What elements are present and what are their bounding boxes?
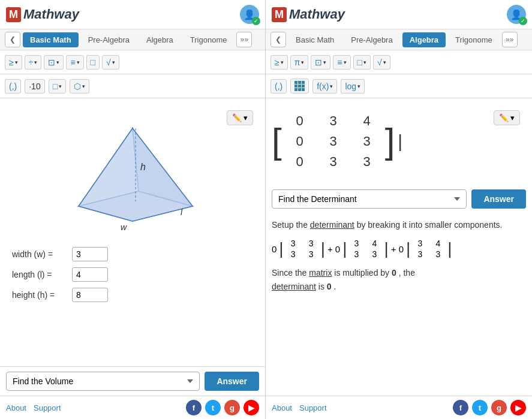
mm2-01: 4	[367, 239, 381, 248]
matrix-left-bracket: [	[272, 123, 282, 159]
mm2-11: 3	[367, 249, 381, 259]
left-btn-paren[interactable]: (,)	[5, 79, 21, 94]
right-operation-select[interactable]: Find the Determinant Find the Inverse	[272, 189, 467, 209]
matrix-cell-00: 0	[288, 113, 312, 129]
right-answer-button[interactable]: Answer	[471, 189, 526, 209]
left-about-link[interactable]: About	[6, 403, 26, 412]
height-row: height (h) =	[12, 288, 253, 302]
mm3-10: 3	[413, 249, 427, 259]
mini-matrix-1: 3 3 3 3	[286, 239, 318, 259]
right-btn-geq[interactable]: ≥▾	[270, 55, 288, 70]
right-about-link[interactable]: About	[272, 403, 292, 412]
left-btn-sqrt[interactable]: √▾	[102, 55, 119, 70]
matrix-link[interactable]: matrix	[309, 268, 332, 278]
mm3-00: 3	[413, 239, 427, 248]
determinant-link-2[interactable]: determinant	[272, 282, 316, 291]
left-answer-button[interactable]: Answer	[205, 372, 259, 391]
height-input[interactable]	[72, 288, 108, 302]
right-btn-box1[interactable]: ⊡▾	[311, 55, 330, 70]
since-end: , the	[399, 268, 415, 278]
mm1-11: 3	[304, 249, 318, 259]
matrix-cell-22: 3	[355, 154, 379, 170]
left-user-icon[interactable]: 👤 ✓	[240, 5, 259, 24]
right-tab-basic-math[interactable]: Basic Math	[288, 32, 341, 47]
determinant-link-1[interactable]: determinant	[310, 220, 354, 230]
left-toolbar1: ≥▾ ÷▾ ⊡▾ ≡▾ □ √▾	[0, 50, 265, 74]
right-header: M Mathway 👤 ✓	[266, 0, 532, 29]
width-label: width (w) =	[12, 249, 72, 259]
left-btn-geq[interactable]: ≥▾	[5, 55, 22, 70]
right-btn-sqrt[interactable]: √▾	[373, 55, 390, 70]
left-tab-basic-math[interactable]: Basic Math	[23, 32, 79, 47]
left-header: M Mathway 👤 ✓	[0, 0, 265, 29]
right-btn-frac[interactable]: ≡▾	[333, 55, 350, 70]
right-footer: About Support f t g ▶	[266, 396, 532, 419]
exp-rb2: |	[384, 240, 388, 257]
left-btn-div[interactable]: ÷▾	[25, 55, 42, 70]
right-toolbar2: (,) f(x)▾ log▾	[266, 74, 532, 98]
right-support-link[interactable]: Support	[299, 403, 327, 412]
facebook-icon-right[interactable]: f	[453, 400, 468, 415]
length-input[interactable]	[72, 267, 108, 282]
right-user-icon[interactable]: 👤 ✓	[507, 5, 526, 24]
left-edit-button[interactable]: ✏️ ▾	[227, 110, 253, 125]
edit-arrow-left: ▾	[244, 113, 248, 122]
svg-text:h: h	[140, 162, 146, 172]
right-btn-fx[interactable]: f(x)▾	[312, 79, 337, 94]
google-icon-left[interactable]: g	[224, 400, 240, 415]
left-btn-frac[interactable]: ≡▾	[66, 55, 83, 70]
right-btn-grid[interactable]	[290, 79, 309, 94]
right-tab-trigonome[interactable]: Trigonome	[448, 32, 500, 47]
right-logo: M Mathway	[272, 7, 345, 22]
left-btn-3d[interactable]: ⬡▾	[70, 79, 89, 94]
right-nav-next[interactable]: »»	[502, 32, 518, 47]
left-nav-prev[interactable]: ❮	[5, 32, 20, 47]
exp-lb1: |	[279, 240, 283, 257]
det-expansion: 0 | 3 3 3 3 | + 0 | 3 4 3 3 | + 0	[272, 239, 526, 259]
right-btn-box2[interactable]: □▾	[353, 55, 371, 70]
matrix-display: [ 0 3 4 0 3 3 0 3 3 ] | ✏️ ▾	[272, 110, 526, 173]
left-support-link[interactable]: Support	[34, 403, 61, 412]
youtube-icon-left[interactable]: ▶	[244, 400, 259, 415]
left-tab-algebra[interactable]: Algebra	[139, 32, 181, 47]
left-btn-sq[interactable]: □▾	[49, 79, 66, 94]
google-icon-right[interactable]: g	[491, 400, 507, 415]
left-toolbar2: (,) ·10 □▾ ⬡▾	[0, 74, 265, 98]
left-nav-next[interactable]: »»	[236, 32, 252, 47]
matrix-cell-10: 0	[288, 134, 312, 149]
left-tab-trigonome[interactable]: Trigonome	[183, 32, 235, 47]
facebook-icon-left[interactable]: f	[186, 400, 202, 415]
left-user-check: ✓	[252, 17, 260, 25]
matrix-grid: 0 3 4 0 3 3 0 3 3	[282, 110, 385, 173]
width-input[interactable]	[72, 247, 108, 261]
logo-text-right: Mathway	[289, 7, 345, 22]
left-tab-pre-algebra[interactable]: Pre-Algebra	[81, 32, 137, 47]
right-tab-pre-algebra[interactable]: Pre-Algebra	[344, 32, 399, 47]
det-is-text: is	[318, 282, 324, 291]
grid-icon	[294, 81, 305, 91]
det-period: .	[334, 282, 336, 291]
left-panel: M Mathway 👤 ✓ ❮ Basic Math Pre-Algebra A…	[0, 0, 266, 419]
right-btn-pi[interactable]: π▾	[290, 55, 309, 70]
youtube-icon-right[interactable]: ▶	[510, 400, 526, 415]
left-btn-box1[interactable]: ⊡▾	[44, 55, 64, 70]
right-tab-algebra[interactable]: Algebra	[402, 32, 446, 47]
width-row: width (w) =	[12, 247, 253, 261]
exp-lb2: |	[342, 240, 347, 257]
mm1-01: 3	[304, 239, 318, 248]
since-val: 0	[392, 268, 396, 278]
right-btn-log[interactable]: log▾	[341, 79, 365, 94]
right-user-check: ✓	[519, 17, 527, 25]
left-nav: ❮ Basic Math Pre-Algebra Algebra Trigono…	[0, 29, 265, 50]
twitter-icon-right[interactable]: t	[472, 400, 488, 415]
right-edit-button[interactable]: ✏️ ▾	[494, 110, 520, 125]
left-btn-box2[interactable]: □	[86, 55, 100, 70]
logo-m-right: M	[272, 7, 287, 22]
right-nav-prev[interactable]: ❮	[270, 32, 286, 47]
twitter-icon-left[interactable]: t	[205, 400, 221, 415]
mm3-11: 3	[431, 249, 445, 259]
left-operation-select[interactable]: Find the Volume Find the Surface Area	[6, 372, 200, 391]
right-btn-paren[interactable]: (,)	[270, 79, 287, 94]
left-btn-e10[interactable]: ·10	[25, 79, 44, 94]
left-content: ✏️ ▾ h l w	[0, 98, 265, 366]
